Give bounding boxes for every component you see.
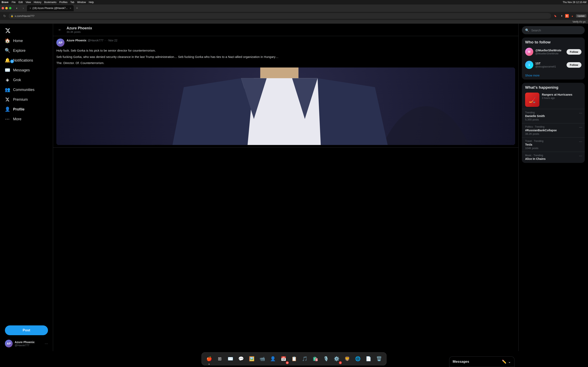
follow-handle-2: @douglasramell1 — [535, 65, 564, 68]
dock-contacts[interactable]: 👤 — [268, 354, 278, 364]
tweet: AP Azure Phoenix @Havok777 · · Nov 22 Ho… — [53, 36, 518, 148]
dock-music[interactable]: 🎵 — [300, 354, 310, 364]
sidebar-item-premium[interactable]: Premium — [2, 95, 51, 104]
right-sidebar: 🔍 Search Who to follow M @MuellerSheWrot… — [519, 24, 588, 351]
follow-button-1[interactable]: Follow — [567, 49, 581, 55]
notifications-icon: 🔔 19 — [5, 58, 10, 63]
tweet-time: · Nov 22 — [107, 39, 117, 42]
dock-photos[interactable]: 🖼️ — [247, 354, 256, 364]
address-bar[interactable]: 🔒 x.com/Havok777 — [9, 13, 551, 19]
bookmark-btn[interactable]: 🔖 — [552, 13, 558, 18]
dock-mail[interactable]: ✉️ — [225, 354, 235, 364]
tweet-meta: Azure Phoenix @Havok777 · · Nov 22 — [67, 39, 515, 47]
alert-btn[interactable]: ▲ — [570, 13, 575, 18]
sidebar-item-explore[interactable]: 🔍 Explore — [2, 46, 51, 55]
tab-bar: ‹ › ✕ (19) Azure Phoenix (@Havok7... ✕ + — [0, 4, 588, 12]
dock-facetime[interactable]: 📹 — [257, 354, 267, 364]
sidebar-item-messages[interactable]: ✉️ Messages — [2, 65, 51, 75]
dock-trash[interactable]: 🗑️ — [374, 354, 384, 364]
more-options-icon-4[interactable]: ⋯ — [579, 154, 582, 158]
who-to-follow-title: Who to follow — [522, 38, 585, 45]
messages-header[interactable]: Messages ✏️ ⌄ — [449, 357, 514, 367]
sidebar-item-communities[interactable]: 👥 Communities — [2, 85, 51, 95]
dock-podcasts[interactable]: 🎙️ — [321, 354, 331, 364]
tweet-name: Azure Phoenix — [67, 39, 86, 42]
happening-item-2[interactable]: ⋯ Politics · Trending #RussianBankCollap… — [522, 123, 585, 138]
share-btn[interactable]: ⬆ — [559, 13, 564, 18]
more-options-icon-3[interactable]: ⋯ — [579, 140, 582, 143]
dock-textedit[interactable]: 📄 — [363, 354, 373, 364]
dock-brave[interactable]: 🦁 — [342, 354, 352, 364]
avatar: AP — [5, 340, 13, 347]
tweet-container: AP Azure Phoenix @Havok777 · · Nov 22 Ho… — [53, 36, 518, 148]
search-input[interactable]: Search — [531, 29, 581, 32]
post-button[interactable]: Post — [5, 325, 48, 335]
app-name: Brave — [2, 1, 8, 4]
dock-chrome[interactable]: 🌐 — [353, 354, 363, 364]
user-more-icon[interactable]: ⋯ — [45, 342, 48, 346]
back-button[interactable]: ← — [56, 26, 63, 33]
dock-notes[interactable]: 📅 28 — [278, 354, 288, 364]
search-bar[interactable]: 🔍 Search — [522, 26, 585, 34]
follow-handle-1: @MuellerSheWrote — [535, 52, 564, 55]
new-tab-button[interactable]: + — [75, 6, 79, 11]
sidebar-item-home-label: Home — [13, 39, 23, 43]
follow-avatar-1: M — [525, 48, 533, 56]
sidebar-item-home[interactable]: 🏠 Home — [2, 36, 51, 46]
header-subtitle: 34.3K posts — [67, 30, 92, 33]
collapse-messages-icon[interactable]: ⌄ — [508, 359, 511, 364]
follow-avatar-2: 1 — [525, 61, 533, 69]
sidebar-item-grok[interactable]: ◈ Grok — [2, 75, 51, 85]
sidebar-item-notifications[interactable]: 🔔 19 Notifications — [2, 55, 51, 65]
browser-tab-active[interactable]: ✕ (19) Azure Phoenix (@Havok7... ✕ — [27, 5, 74, 11]
grok-icon: ◈ — [5, 77, 10, 82]
show-more-link[interactable]: Show more — [522, 71, 585, 80]
update-button[interactable]: Update — [576, 14, 586, 17]
happening-title-3: Tesla — [525, 143, 581, 146]
close-button[interactable] — [2, 7, 4, 9]
follow-item-1[interactable]: M @MuellerSheWrote @MuellerSheWrote Foll… — [522, 45, 585, 58]
header-info: Azure Phoenix 34.3K posts — [67, 26, 92, 33]
tweet-text-1: Holy fuck. Seb Gorka is his pick to be s… — [56, 48, 515, 53]
dock-finder[interactable]: 🍎 — [204, 354, 214, 364]
more-options-icon-1[interactable]: ⋯ — [579, 111, 582, 115]
follow-item-2[interactable]: 1 1ST @douglasramell1 Follow — [522, 58, 585, 71]
dock-systemprefs[interactable]: ⚙️ 3 — [332, 354, 341, 364]
tab-close-icon[interactable]: ✕ — [70, 7, 71, 9]
explore-icon: 🔍 — [5, 48, 10, 53]
follow-name-2: 1ST — [535, 62, 564, 65]
happening-posts-3: 104K posts — [525, 147, 581, 150]
new-message-icon[interactable]: ✏️ — [502, 359, 506, 364]
x-logo[interactable] — [2, 25, 51, 36]
brave-shield-btn[interactable]: B — [565, 14, 569, 18]
sidebar-item-profile[interactable]: 👤 Profile — [2, 104, 51, 114]
messages-actions: ✏️ ⌄ — [502, 359, 511, 364]
sidebar-item-more[interactable]: ⋯ More — [2, 114, 51, 124]
dock-reminders[interactable]: 📋 — [289, 354, 299, 364]
dock-appstore[interactable]: 🛍️ — [310, 354, 320, 364]
back-nav-btn[interactable]: ‹ — [14, 5, 20, 11]
header-title: Azure Phoenix — [67, 26, 92, 30]
menu-items[interactable]: File Edit View History Bookmarks Profile… — [12, 1, 94, 4]
mac-dock: 🍎 ⊞ ✉️ 💬 🖼️ 📹 👤 📅 28 📋 🎵 🛍️ 🎙️ ⚙️ 3 🦁 🌐 … — [201, 352, 387, 365]
more-options-icon-2[interactable]: ⋯ — [579, 125, 582, 129]
traffic-lights[interactable] — [2, 7, 11, 9]
happening-item-sport[interactable]: 🏒 Rangers at Hurricanes 3 hours ago — [522, 91, 585, 109]
happening-item-3[interactable]: ⋯ Travel · Trending Tesla 104K posts — [522, 138, 585, 152]
happening-item-1[interactable]: ⋯ Trending Danielle Smith 5,355 posts — [522, 109, 585, 123]
minimize-button[interactable] — [5, 7, 8, 9]
whats-happening-title: What's happening — [522, 83, 585, 91]
user-section[interactable]: AP Azure Phoenix @Havok777 ⋯ — [2, 338, 51, 350]
reload-btn[interactable]: ↻ — [2, 13, 7, 19]
forward-nav-btn[interactable]: › — [20, 5, 26, 11]
maximize-button[interactable] — [9, 7, 11, 9]
sidebar-item-more-label: More — [13, 117, 21, 121]
dock-launchpad[interactable]: ⊞ — [215, 354, 225, 364]
dock-messages[interactable]: 💬 — [236, 354, 246, 364]
menubar-right: Thu Nov 28 12:10 AM — [563, 1, 586, 4]
sidebar: 🏠 Home 🔍 Explore 🔔 19 Notifications ✉️ M… — [0, 24, 53, 351]
follow-button-2[interactable]: Follow — [567, 62, 581, 68]
happening-posts-1: 5,355 posts — [525, 118, 581, 121]
happening-item-4[interactable]: ⋯ Music · Trending Alice In Chains — [522, 152, 585, 163]
messages-icon: ✉️ — [5, 68, 10, 73]
